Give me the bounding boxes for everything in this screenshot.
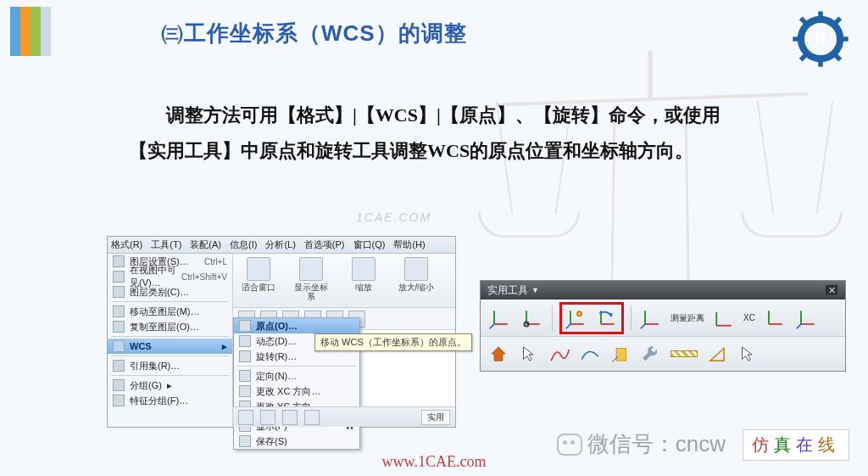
menu-item-refset[interactable]: 引用集(R)…: [108, 358, 232, 373]
hatch-icon[interactable]: [670, 350, 698, 357]
highlighted-origin-rotate-tools: [559, 302, 624, 334]
zoom-icon: [352, 257, 376, 281]
gear-logo-icon: N: [792, 10, 849, 68]
axis-icon-2[interactable]: [520, 305, 545, 331]
svg-rect-2: [818, 59, 822, 67]
feature-group-icon: [113, 395, 125, 406]
axis-icon-7[interactable]: [762, 305, 787, 331]
utility-toolbar-title: 实用工具▼ ✕: [481, 281, 845, 300]
menu-item-copy-to-layer[interactable]: 复制至图层(O)…: [108, 319, 232, 334]
triangle-icon[interactable]: [706, 343, 728, 365]
menu-format[interactable]: 格式(R): [111, 238, 142, 251]
menu-prefs[interactable]: 首选项(P): [304, 238, 345, 251]
body-text-content: 调整方法可用【格式】|【WCS】|【原点】、【旋转】命令，或使用【实用工具】中原…: [129, 104, 721, 161]
chevron-right-icon: ▸: [222, 341, 227, 352]
menu-item-wcs[interactable]: WCS▸: [108, 339, 232, 354]
curve-red-icon[interactable]: [548, 343, 570, 365]
zoom-inout-button[interactable]: 放大/缩小: [396, 257, 437, 292]
group-icon: [113, 379, 125, 391]
submenu-orient[interactable]: 定向(N)…: [234, 368, 359, 384]
zoom-button[interactable]: 缩放: [343, 257, 384, 292]
utility-bar-bottom: [481, 337, 845, 371]
menu-tools[interactable]: 工具(T): [151, 238, 181, 251]
svg-marker-37: [710, 349, 724, 361]
cursor2-icon[interactable]: [737, 343, 759, 365]
menu-item-feature-group[interactable]: 特征分组(F)…: [108, 393, 232, 408]
svg-marker-33: [492, 347, 505, 361]
show-csys-button[interactable]: 显示坐标系: [291, 257, 331, 301]
submenu-save[interactable]: 保存(S): [234, 434, 359, 449]
bottom-mini-toolbar: 实用: [233, 406, 455, 427]
svg-rect-35: [616, 349, 626, 361]
rotate-icon: [239, 350, 251, 362]
fit-window-icon: [247, 257, 270, 281]
menu-item-visible-in-view[interactable]: 在视图中可见(V)…Ctrl+Shift+V: [108, 269, 232, 284]
svg-line-25: [641, 324, 645, 328]
svg-point-19: [577, 311, 581, 316]
watermark-center: 1CAE.COM: [356, 210, 431, 224]
eye-icon: [113, 271, 125, 283]
menu-item-move-to-layer[interactable]: 移动至图层(M)…: [108, 304, 232, 319]
svg-line-12: [490, 324, 494, 328]
wechat-icon: [557, 434, 582, 456]
chevron-down-icon[interactable]: ▼: [531, 286, 539, 294]
bottom-tab-label[interactable]: 实用: [421, 410, 450, 425]
mini-icon-2[interactable]: [260, 410, 275, 425]
curve-blue-icon[interactable]: [579, 343, 601, 365]
footer-url: www.1CAE.com: [0, 453, 868, 471]
close-icon[interactable]: ✕: [825, 284, 838, 296]
svg-marker-34: [524, 347, 533, 361]
svg-marker-38: [743, 347, 752, 361]
svg-rect-1: [818, 11, 822, 20]
magnify-icon: [404, 257, 428, 281]
wcs-icon: [113, 340, 125, 352]
axis-icon-8[interactable]: [794, 305, 820, 331]
app-menu-bar: 格式(R) 工具(T) 装配(A) 信息(I) 分析(L) 首选项(P) 窗口(…: [108, 237, 455, 254]
copy-icon: [113, 321, 125, 333]
home-icon[interactable]: [487, 343, 509, 365]
menu-analyze[interactable]: 分析(L): [265, 238, 295, 251]
orient-icon: [239, 370, 251, 382]
cursor-icon[interactable]: [518, 343, 540, 365]
menu-window[interactable]: 窗口(Q): [353, 238, 386, 251]
mini-icon-1[interactable]: [238, 410, 253, 425]
utility-toolbar-screenshot: 实用工具▼ ✕ 测量距离 XC: [480, 280, 846, 372]
svg-text:N: N: [815, 30, 826, 47]
svg-line-32: [797, 324, 801, 328]
xc-tool-icon[interactable]: [711, 305, 737, 331]
axis-icon-1[interactable]: [487, 305, 513, 331]
wcs-origin-tool-icon[interactable]: [564, 305, 589, 331]
menu-help[interactable]: 帮助(H): [393, 238, 425, 251]
svg-rect-4: [840, 36, 849, 41]
wrench-icon[interactable]: [640, 343, 662, 365]
svg-rect-3: [793, 36, 801, 41]
ref-icon: [113, 360, 125, 372]
submenu-origin[interactable]: 原点(O)…: [234, 318, 359, 333]
ribbon-toolbar: 适合窗口 显示坐标系 缩放 放大/缩小: [233, 254, 455, 308]
menu-assembly[interactable]: 装配(A): [190, 238, 221, 251]
menu-item-group[interactable]: 分组(G)▸: [108, 378, 232, 393]
fit-window-button[interactable]: 适合窗口: [238, 257, 279, 292]
slide-title: ㈢工作坐标系（WCS）的调整: [161, 19, 467, 48]
chevron-right-icon: ▸: [167, 380, 172, 391]
format-menu-screenshot: 格式(R) 工具(T) 装配(A) 信息(I) 分析(L) 首选项(P) 窗口(…: [107, 236, 456, 428]
move-icon: [113, 305, 125, 317]
xc-icon: [239, 385, 251, 397]
note-icon[interactable]: [609, 343, 632, 365]
csys-icon: [299, 257, 323, 281]
mini-icon-4[interactable]: [304, 410, 320, 425]
svg-line-18: [566, 324, 570, 328]
xc-label: XC: [743, 313, 755, 322]
corner-color-bars: [10, 7, 51, 56]
utility-bar-top: 测量距离 XC: [481, 300, 845, 337]
mini-icon-3[interactable]: [282, 410, 298, 425]
menu-item-layer-category[interactable]: 图层类别(C)…: [108, 284, 232, 300]
tooltip-origin: 移动 WCS（工作坐标系）的原点。: [314, 333, 472, 351]
wcs-rotate-tool-icon[interactable]: [594, 305, 620, 331]
folder-icon: [113, 286, 125, 298]
menu-info[interactable]: 信息(I): [230, 238, 257, 251]
axis-icon-5[interactable]: [638, 305, 664, 331]
submenu-xc[interactable]: 更改 XC 方向…: [234, 384, 359, 399]
origin-icon: [239, 320, 251, 332]
measure-label: 测量距离: [670, 312, 704, 324]
